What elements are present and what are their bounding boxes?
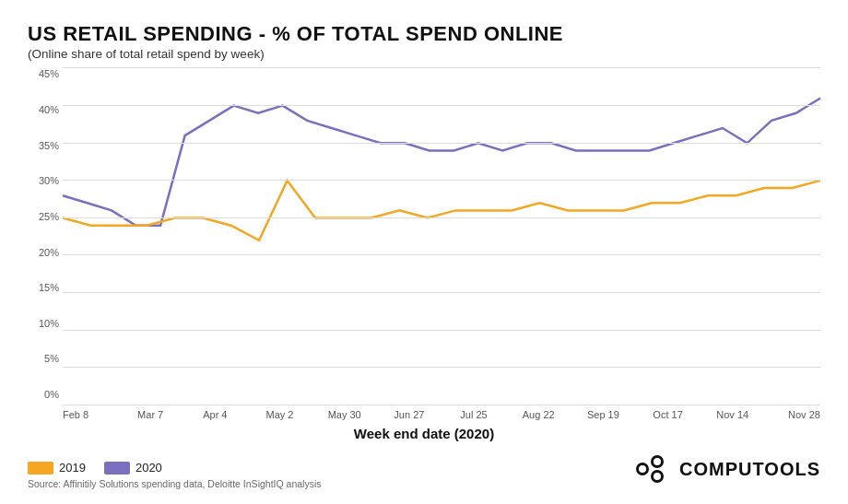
svg-point-4: [654, 458, 661, 465]
y-axis: 0%5%10%15%20%25%30%35%40%45%: [28, 68, 63, 420]
y-label: 20%: [28, 247, 63, 258]
chart-title: US RETAIL SPENDING - % OF TOTAL SPEND ON…: [28, 22, 820, 45]
x-label: Apr 4: [192, 409, 238, 420]
x-label: May 2: [257, 409, 303, 420]
legend-color-2020: [104, 462, 130, 475]
y-label: 45%: [28, 68, 63, 79]
grid-line: [63, 143, 820, 144]
bottom-section: Week end date (2020) 2019 2020 Source: A…: [28, 426, 820, 489]
y-label: 30%: [28, 175, 63, 186]
x-label: Aug 22: [515, 409, 561, 420]
x-label: Nov 14: [710, 409, 756, 420]
grid-lines: [63, 68, 820, 405]
y-label: 0%: [28, 389, 63, 400]
x-label: Feb 8: [63, 409, 109, 420]
main-container: US RETAIL SPENDING - % OF TOTAL SPEND ON…: [0, 0, 848, 504]
line-2020: [63, 99, 820, 226]
logo-icon: [631, 449, 672, 489]
grid-line: [63, 217, 820, 218]
grid-line: [63, 404, 820, 405]
legend-label-2020: 2020: [135, 461, 162, 475]
chart-svg: [63, 68, 820, 405]
legend-source: 2019 2020 Source: Affinitily Solutions s…: [28, 461, 322, 489]
footer: 2019 2020 Source: Affinitily Solutions s…: [28, 449, 820, 489]
legend-label-2019: 2019: [59, 461, 86, 475]
x-label: Oct 17: [645, 409, 691, 420]
grid-line: [63, 330, 820, 331]
legend-item-2020: 2020: [104, 461, 162, 475]
x-label: Sep 19: [580, 409, 626, 420]
logo-area: COMPUTOOLS: [631, 449, 820, 489]
chart-subtitle: (Online share of total retail spend by w…: [28, 47, 820, 61]
grid-line: [63, 367, 820, 368]
legend-item-2019: 2019: [28, 461, 86, 475]
y-label: 10%: [28, 318, 63, 329]
x-axis: Feb 8Mar 7Apr 4May 2May 30Jun 27Jul 25Au…: [63, 405, 820, 420]
legend: 2019 2020: [28, 461, 322, 475]
x-label: Jul 25: [451, 409, 497, 420]
grid-line: [63, 105, 820, 106]
source-text: Source: Affinitily Solutions spending da…: [28, 478, 322, 489]
svg-point-5: [654, 473, 661, 480]
x-label: Jun 27: [386, 409, 432, 420]
y-label: 5%: [28, 353, 63, 364]
x-label: Mar 7: [127, 409, 173, 420]
y-label: 40%: [28, 104, 63, 115]
y-label: 25%: [28, 211, 63, 222]
y-label: 35%: [28, 140, 63, 151]
y-label: 15%: [28, 282, 63, 293]
chart-inner: Feb 8Mar 7Apr 4May 2May 30Jun 27Jul 25Au…: [63, 68, 820, 420]
x-label: May 30: [322, 409, 368, 420]
grid-line: [63, 292, 820, 293]
chart-area: 0%5%10%15%20%25%30%35%40%45% Feb 8Mar 7A…: [28, 68, 820, 420]
logo-text: COMPUTOOLS: [679, 459, 820, 480]
svg-point-3: [639, 465, 646, 473]
week-label: Week end date (2020): [28, 426, 820, 441]
legend-color-2019: [28, 462, 53, 475]
grid-line: [63, 180, 820, 181]
grid-line: [63, 67, 820, 68]
grid-line: [63, 254, 820, 255]
line-2019: [63, 181, 820, 240]
x-label: Nov 28: [774, 409, 820, 420]
